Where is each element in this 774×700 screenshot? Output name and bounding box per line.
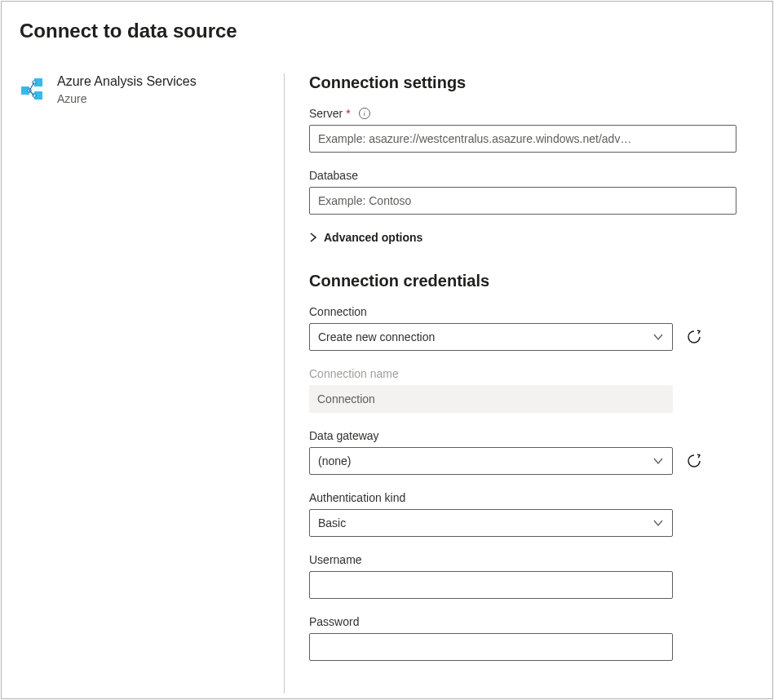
svg-line-6: [29, 82, 34, 91]
username-field: Username: [309, 553, 754, 599]
info-icon[interactable]: i: [359, 108, 370, 119]
auth-kind-select[interactable]: Basic: [309, 509, 673, 537]
data-gateway-field: Data gateway (none): [309, 429, 754, 475]
source-subtitle: Azure: [57, 91, 197, 106]
chevron-right-icon: [309, 233, 317, 242]
server-label-text: Server: [309, 107, 343, 120]
source-list: Azure Analysis Services Azure: [20, 73, 285, 693]
form-panel: Connection settings Server * i Database …: [285, 73, 754, 693]
connection-name-label: Connection name: [309, 367, 754, 380]
azure-analysis-services-icon: [20, 75, 46, 101]
content-columns: Azure Analysis Services Azure Connection…: [20, 73, 754, 693]
password-input[interactable]: [309, 633, 673, 661]
connection-credentials-heading: Connection credentials: [309, 272, 754, 290]
page-title: Connect to data source: [20, 20, 754, 42]
advanced-options-toggle[interactable]: Advanced options: [309, 231, 754, 244]
advanced-options-label: Advanced options: [324, 231, 422, 244]
source-title: Azure Analysis Services: [57, 73, 197, 90]
connection-settings-heading: Connection settings: [309, 73, 754, 92]
password-label: Password: [309, 615, 754, 628]
database-input[interactable]: [309, 187, 736, 215]
username-input[interactable]: [309, 571, 673, 599]
source-text: Azure Analysis Services Azure: [57, 73, 197, 106]
refresh-icon[interactable]: [686, 453, 702, 469]
required-marker: *: [346, 107, 350, 120]
database-label: Database: [309, 169, 754, 182]
data-gateway-select[interactable]: (none): [309, 447, 673, 475]
username-label: Username: [309, 553, 754, 566]
connection-name-input: [309, 385, 673, 413]
svg-line-7: [29, 91, 34, 95]
password-field: Password: [309, 615, 754, 661]
server-label: Server * i: [309, 107, 754, 120]
server-input[interactable]: [309, 125, 736, 153]
source-item[interactable]: Azure Analysis Services Azure: [20, 73, 268, 106]
connect-data-source-dialog: Connect to data source: [1, 1, 773, 699]
auth-kind-field: Authentication kind Basic: [309, 491, 754, 537]
connection-select[interactable]: Create new connection: [309, 323, 673, 351]
auth-kind-label: Authentication kind: [309, 491, 754, 504]
database-field: Database: [309, 169, 754, 215]
data-gateway-label: Data gateway: [309, 429, 754, 442]
connection-label: Connection: [309, 305, 754, 318]
refresh-icon[interactable]: [686, 329, 702, 345]
server-field: Server * i: [309, 107, 754, 153]
connection-name-field: Connection name: [309, 367, 754, 413]
connection-field: Connection Create new connection: [309, 305, 754, 351]
